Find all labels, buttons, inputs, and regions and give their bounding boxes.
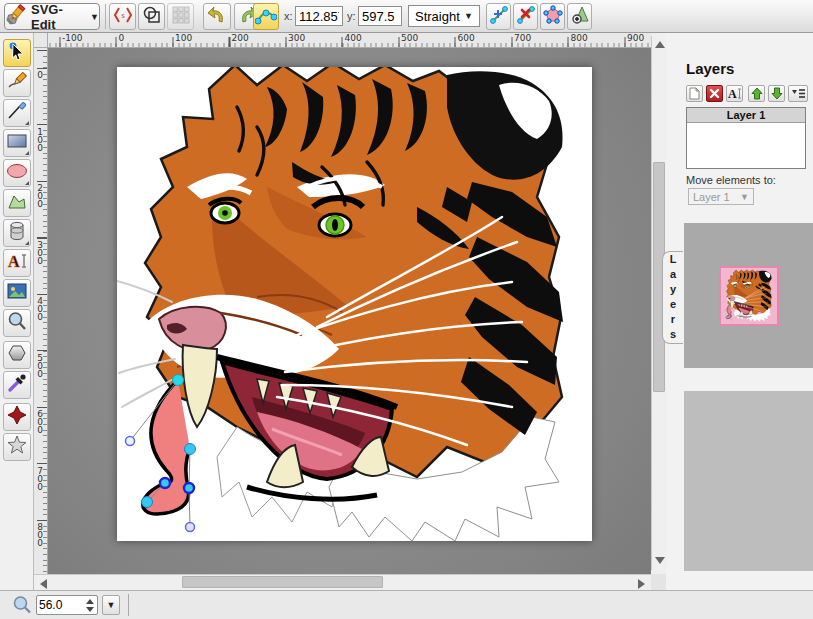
left-tool-palette: A xyxy=(0,33,34,590)
tool-zoom[interactable] xyxy=(3,309,31,337)
layers-panel-title: Layers xyxy=(686,60,734,77)
ruler-tick-label: 400 xyxy=(345,33,362,43)
new-layer-button[interactable] xyxy=(686,85,703,102)
undo-button[interactable] xyxy=(203,3,231,30)
x-coordinate-label: x: xyxy=(284,10,293,22)
tool-pencil[interactable] xyxy=(3,69,31,97)
main-menu-label: SVG-Edit xyxy=(31,2,86,32)
layer-list-item[interactable]: Layer 1 xyxy=(687,108,805,123)
tool-polygon[interactable] xyxy=(3,341,31,369)
tool-rectangle[interactable] xyxy=(3,129,31,157)
preview-panel xyxy=(684,223,813,368)
tiger-artwork xyxy=(117,67,592,541)
edit-source-button[interactable]: s xyxy=(109,3,136,30)
undo-arrow-icon xyxy=(206,5,228,29)
scroll-left-arrow[interactable] xyxy=(40,579,47,589)
zoom-preset-dropdown[interactable]: ▼ xyxy=(102,595,120,615)
drawing-workspace[interactable] xyxy=(48,48,651,574)
magnifier-icon xyxy=(7,311,27,335)
main-menu-button[interactable]: SVG-Edit ▼ xyxy=(4,3,100,30)
zoom-level-input[interactable] xyxy=(39,597,79,613)
y-coordinate-input[interactable] xyxy=(358,6,402,26)
scroll-down-arrow[interactable] xyxy=(655,557,665,564)
ruler-tick-label: 0 xyxy=(35,70,45,78)
move-layer-up-button[interactable] xyxy=(748,85,765,102)
svg-edit-logo-icon xyxy=(5,4,27,30)
tool-path[interactable] xyxy=(3,189,31,217)
delete-node-button[interactable] xyxy=(513,3,538,30)
shape-operations-button[interactable] xyxy=(138,3,165,30)
green-up-arrow-icon xyxy=(751,87,763,100)
move-layer-down-button[interactable] xyxy=(768,85,785,102)
svg-text:s: s xyxy=(120,12,124,20)
scroll-up-arrow[interactable] xyxy=(655,41,665,48)
tool-text[interactable]: A xyxy=(3,249,31,277)
ruler-tick-label: 700 xyxy=(514,33,531,43)
scroll-right-arrow[interactable] xyxy=(638,579,645,589)
image-icon xyxy=(7,283,27,303)
horizontal-scroll-thumb[interactable] xyxy=(182,576,383,588)
link-control-points-toggle[interactable] xyxy=(253,3,279,30)
ruler-tick-label: 200 xyxy=(232,33,249,43)
cylinder-icon xyxy=(9,221,25,245)
ruler-tick-label: 900 xyxy=(627,33,644,43)
add-subpath-icon xyxy=(570,5,590,29)
open-close-path-button[interactable] xyxy=(540,3,565,30)
ruler-tick-label: 100 xyxy=(35,127,45,151)
move-elements-select[interactable]: Layer 1 ▼ xyxy=(688,188,754,205)
chevron-down-icon: ▼ xyxy=(107,600,116,610)
ruler-corner xyxy=(34,33,48,48)
move-elements-label: Move elements to: xyxy=(686,174,776,186)
flyout-arrow xyxy=(25,121,29,125)
layers-panel-toggle-tab[interactable]: Layers xyxy=(662,251,683,344)
segment-type-select[interactable]: Straight ▼ xyxy=(408,5,480,27)
delete-layer-button[interactable] xyxy=(706,85,723,102)
layer-list[interactable]: Layer 1 xyxy=(686,107,806,169)
tiger-thumbnail xyxy=(719,266,779,326)
grid-button[interactable] xyxy=(167,3,194,30)
segment-type-value: Straight xyxy=(415,9,460,24)
path-shape-icon xyxy=(7,192,27,214)
rename-layer-button[interactable]: A xyxy=(726,85,743,102)
delete-x-icon xyxy=(709,88,720,99)
bottom-separator xyxy=(128,594,129,616)
ruler-left: 0100200300400500600700800 xyxy=(34,48,48,574)
tool-select[interactable] xyxy=(3,39,31,67)
add-node-icon xyxy=(489,5,509,29)
pencil-icon xyxy=(7,71,27,95)
toolbar-separator xyxy=(105,4,106,29)
svg-text:A: A xyxy=(8,253,20,270)
line-pen-icon xyxy=(7,101,27,125)
ruler-top: -10001002003004005006007008009001000 xyxy=(48,33,651,48)
tool-line[interactable] xyxy=(3,99,31,127)
x-coordinate-input[interactable] xyxy=(295,6,343,26)
ruler-tick-label: 600 xyxy=(458,33,475,43)
ellipse-icon xyxy=(6,163,28,183)
tool-shapelib-current[interactable] xyxy=(3,403,31,431)
move-elements-value: Layer 1 xyxy=(693,191,730,203)
ruler-tick-label: -100 xyxy=(62,33,82,43)
svg-text:A: A xyxy=(728,87,737,100)
ruler-tick-label: 500 xyxy=(401,33,418,43)
zoom-magnifier-icon xyxy=(12,595,32,619)
svg-canvas[interactable] xyxy=(117,67,592,541)
layer-options-button[interactable] xyxy=(788,85,808,102)
ruler-tick-label: 500 xyxy=(35,353,45,377)
chevron-down-icon: ▼ xyxy=(90,12,99,22)
zoom-spin-down[interactable] xyxy=(86,607,94,612)
tool-eyedropper[interactable] xyxy=(3,371,31,399)
flyout-arrow xyxy=(25,181,29,185)
new-page-icon xyxy=(688,87,701,100)
tool-image[interactable] xyxy=(3,279,31,307)
hexagon-icon xyxy=(7,344,27,366)
tool-star[interactable] xyxy=(3,433,31,461)
bottom-toolbar: ▼ xyxy=(0,590,813,619)
horizontal-scrollbar[interactable] xyxy=(34,574,651,590)
tool-ellipse[interactable] xyxy=(3,159,31,187)
add-node-button[interactable] xyxy=(486,3,511,30)
zoom-level-field[interactable] xyxy=(36,595,98,615)
tool-shape-library[interactable] xyxy=(3,219,31,247)
zoom-spin-up[interactable] xyxy=(86,599,94,604)
open-path-icon xyxy=(543,5,563,29)
add-subpath-button[interactable] xyxy=(567,3,592,30)
